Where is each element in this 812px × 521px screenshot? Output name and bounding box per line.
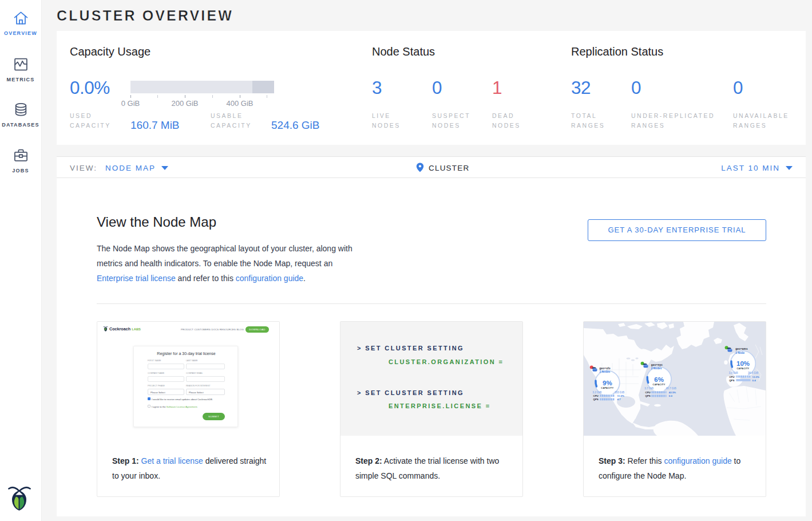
svg-text:3.2 GiB: 3.2 GiB <box>593 391 603 394</box>
svg-text:2 Nodes: 2 Nodes <box>651 367 662 370</box>
svg-text:11.0%: 11.0% <box>617 394 624 397</box>
svg-text:0.4: 0.4 <box>752 379 756 382</box>
svg-text:CAPACITY: CAPACITY <box>601 386 613 389</box>
svg-text:QPS: QPS <box>645 394 651 397</box>
svg-text:45.7 GiB: 45.7 GiB <box>666 387 677 390</box>
svg-text:QPS: QPS <box>729 379 734 382</box>
svg-text:CAPACITY: CAPACITY <box>653 383 666 386</box>
svg-text:36.6 GiB: 36.6 GiB <box>748 372 759 374</box>
svg-text:geo=sfo: geo=sfo <box>600 367 611 370</box>
svg-text:0.0: 0.0 <box>669 394 673 397</box>
svg-text:3.7 GiB: 3.7 GiB <box>644 387 654 390</box>
svg-text:13.3%: 13.3% <box>752 376 760 378</box>
svg-text:6%: 6% <box>654 376 664 383</box>
svg-text:geo=nyc: geo=nyc <box>651 364 663 366</box>
svg-text:QPS: QPS <box>593 398 599 401</box>
svg-text:10%: 10% <box>736 360 750 367</box>
svg-text:353 GiB: 353 GiB <box>615 391 625 394</box>
svg-text:42.5%: 42.5% <box>669 391 676 394</box>
svg-text:1 Node: 1 Node <box>735 352 744 354</box>
svg-text:CPU: CPU <box>729 376 734 378</box>
svg-text:9%: 9% <box>603 380 612 386</box>
svg-text:3.6 GiB: 3.6 GiB <box>729 372 739 374</box>
svg-text:2 Nodes: 2 Nodes <box>600 370 611 373</box>
svg-text:CPU: CPU <box>645 391 651 394</box>
svg-text:CAPACITY: CAPACITY <box>737 367 750 370</box>
svg-text:geo=ams: geo=ams <box>735 348 748 350</box>
svg-text:4.7: 4.7 <box>617 398 621 401</box>
svg-text:CPU: CPU <box>593 394 599 397</box>
